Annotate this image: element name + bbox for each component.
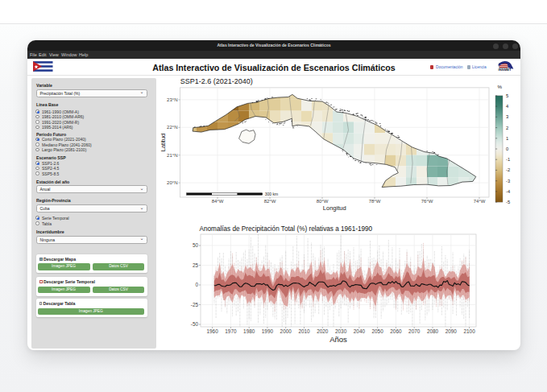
- svg-text:%: %: [498, 84, 503, 89]
- svg-text:-50: -50: [191, 321, 199, 327]
- svg-text:2090: 2090: [445, 328, 458, 334]
- svg-text:2040: 2040: [354, 328, 366, 334]
- svg-text:2010: 2010: [298, 328, 310, 334]
- svg-text:0: 0: [195, 282, 198, 287]
- svg-text:Latitud: Latitud: [160, 134, 167, 152]
- svg-text:84°W: 84°W: [212, 199, 224, 204]
- svg-text:Longitud: Longitud: [323, 204, 346, 212]
- svg-text:2080: 2080: [427, 328, 439, 334]
- svg-text:80°W: 80°W: [317, 199, 329, 204]
- svg-text:SSP1-2.6 (2021-2040): SSP1-2.6 (2021-2040): [180, 77, 253, 85]
- svg-text:82°W: 82°W: [264, 199, 276, 204]
- svg-text:2020: 2020: [317, 328, 329, 334]
- svg-text:Años: Años: [329, 335, 347, 344]
- svg-text:23°N: 23°N: [167, 97, 177, 102]
- svg-text:2: 2: [506, 126, 508, 130]
- svg-text:78°W: 78°W: [369, 199, 381, 204]
- svg-text:22°N: 22°N: [167, 125, 177, 130]
- svg-text:-25: -25: [191, 302, 199, 307]
- svg-text:1960: 1960: [206, 328, 218, 334]
- svg-text:1970: 1970: [225, 328, 237, 334]
- svg-text:INSMET: INSMET: [498, 68, 512, 72]
- svg-text:74°W: 74°W: [474, 199, 486, 204]
- svg-text:1990: 1990: [262, 328, 274, 334]
- svg-text:2060: 2060: [390, 328, 402, 334]
- svg-text:2070: 2070: [408, 328, 421, 334]
- svg-text:1980: 1980: [243, 328, 255, 334]
- svg-text:-1: -1: [506, 157, 510, 162]
- svg-text:5: 5: [506, 93, 508, 98]
- svg-text:50: 50: [193, 242, 199, 248]
- svg-text:300 km: 300 km: [265, 192, 278, 196]
- svg-text:2030: 2030: [335, 328, 347, 334]
- svg-text:-3: -3: [506, 179, 510, 184]
- svg-text:2000: 2000: [280, 328, 292, 334]
- svg-text:2050: 2050: [371, 328, 383, 334]
- svg-text:21°N: 21°N: [167, 153, 177, 158]
- svg-text:3: 3: [506, 114, 508, 119]
- svg-text:2100: 2100: [463, 328, 475, 334]
- svg-text:25: 25: [193, 262, 199, 268]
- svg-text:-4: -4: [506, 189, 511, 194]
- svg-text:1: 1: [506, 136, 508, 141]
- svg-text:Anomalías de Precipitación Tot: Anomalías de Precipitación Total (%) rel…: [200, 225, 373, 233]
- svg-text:4: 4: [506, 104, 509, 109]
- svg-text:0: 0: [506, 146, 508, 151]
- svg-text:-2: -2: [506, 167, 510, 172]
- svg-text:76°W: 76°W: [421, 199, 433, 204]
- svg-text:20°N: 20°N: [167, 180, 177, 185]
- svg-text:-5: -5: [506, 200, 510, 204]
